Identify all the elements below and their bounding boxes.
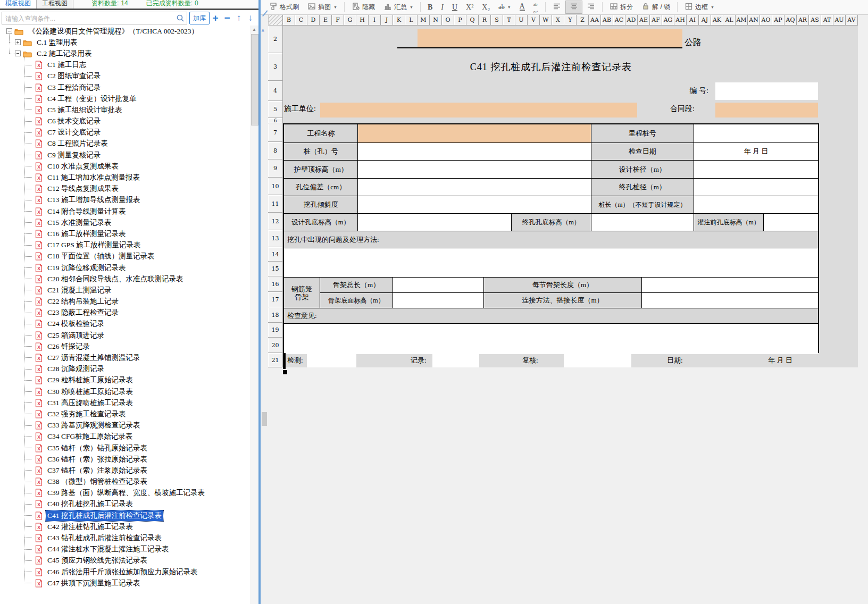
column-header-I[interactable]: I: [369, 15, 381, 26]
construction-unit-field[interactable]: [320, 103, 637, 118]
tree-item-C35[interactable]: XC35 锚杆（索）钻孔原始记录表: [0, 442, 250, 454]
plus-icon[interactable]: +: [210, 12, 221, 24]
add-library-button[interactable]: 加库: [189, 12, 210, 24]
column-header-AV[interactable]: AV: [846, 15, 858, 26]
tree-item-C25[interactable]: XC25 箱涵顶进记录: [0, 330, 250, 341]
form-input-cell[interactable]: [642, 293, 818, 308]
column-header-AJ[interactable]: AJ: [699, 15, 711, 26]
tree-item-C31[interactable]: XC31 高压旋喷桩施工记录表: [0, 397, 250, 408]
column-header-AB[interactable]: AB: [601, 15, 613, 26]
hide-doc-button[interactable]: 隐藏: [347, 1, 379, 14]
tree-item-C3[interactable]: XC3 工程洽商记录: [0, 82, 250, 93]
company-name-field[interactable]: [418, 29, 682, 48]
align-center-button[interactable]: [565, 1, 582, 14]
summary-chart-button[interactable]: 汇总▼: [379, 1, 418, 14]
tree-item-C9[interactable]: XC9 测量复核记录: [0, 149, 250, 161]
row-header-6[interactable]: 6: [268, 118, 283, 123]
column-header-U[interactable]: U: [515, 15, 528, 26]
lock-button[interactable]: 解 / 锁: [637, 1, 674, 14]
tree-item-C43[interactable]: XC43 钻孔桩成孔后灌注前检查记录表: [0, 532, 250, 543]
column-header-AF[interactable]: AF: [650, 15, 662, 26]
format-painter-button[interactable]: 格式刷: [265, 1, 303, 14]
tree-item-C41[interactable]: XC41 挖孔桩成孔后灌注前检查记录表: [0, 510, 250, 521]
form-input-cell[interactable]: [694, 179, 818, 196]
tree-item-C37[interactable]: XC37 锚杆（索）注浆原始记录表: [0, 465, 250, 476]
subscript-button[interactable]: X₂: [478, 1, 494, 14]
scrollbar-thumb[interactable]: [251, 34, 258, 125]
column-header-Q[interactable]: Q: [466, 15, 479, 26]
column-header-O[interactable]: O: [442, 15, 454, 26]
strikethrough-button[interactable]: ab▼: [494, 1, 515, 14]
tree-item-C40[interactable]: XC40 挖孔桩挖孔施工记录表: [0, 499, 250, 510]
superscript-button[interactable]: X²: [462, 1, 478, 14]
align-right-button[interactable]: [582, 1, 599, 14]
row-header-11[interactable]: 11: [268, 195, 283, 213]
row-header-20[interactable]: 20: [268, 338, 283, 353]
row-header-9[interactable]: 9: [268, 160, 283, 178]
tree-item-C42[interactable]: XC42 灌注桩钻孔施工记录表: [0, 521, 250, 532]
tree-item-C47[interactable]: XC47 拱顶下沉测量施工记录表: [0, 577, 250, 589]
tree-item-C44[interactable]: XC44 灌注桩水下混凝土灌注施工记录表: [0, 544, 250, 555]
tree-item-C2[interactable]: XC2 图纸审查记录: [0, 71, 250, 82]
tree-item-C21[interactable]: XC21 混凝土测温记录: [0, 284, 250, 296]
row-header-18[interactable]: 18: [268, 307, 283, 323]
tree-item-C30[interactable]: XC30 粉喷桩施工原始记录表: [0, 386, 250, 397]
tree-item-C17[interactable]: XC17 GPS 施工放样测量记录表: [0, 240, 250, 251]
row-header-5[interactable]: 5: [268, 101, 283, 118]
tree-item-C11[interactable]: XC11 施工增加水准点测量报表: [0, 172, 250, 183]
column-header-C[interactable]: C: [295, 15, 307, 26]
form-input-cell[interactable]: [642, 278, 818, 293]
tree-folder-2[interactable]: C.2 施工记录用表: [0, 48, 250, 59]
bold-button[interactable]: B: [423, 1, 437, 14]
column-header-AR[interactable]: AR: [797, 15, 809, 26]
column-header-P[interactable]: P: [454, 15, 466, 26]
column-header-G[interactable]: G: [344, 15, 356, 26]
tree-item-C26[interactable]: XC26 钎探记录: [0, 341, 250, 352]
row-header-15[interactable]: 15: [268, 262, 283, 276]
tree-item-C20[interactable]: XC20 相邻合同段导线点、水准点联测记录表: [0, 273, 250, 284]
column-header-E[interactable]: E: [320, 15, 332, 26]
form-input-cell[interactable]: [764, 214, 818, 231]
column-header-H[interactable]: H: [356, 15, 369, 26]
column-header-K[interactable]: K: [393, 15, 405, 26]
tree-folder-1[interactable]: C.1 监理用表: [0, 37, 250, 48]
italic-button[interactable]: I: [437, 1, 448, 14]
tree-item-C29[interactable]: XC29 粒料桩施工原始记录表: [0, 375, 250, 386]
tester-field[interactable]: [307, 354, 356, 367]
scrollbar-up-icon[interactable]: ∧: [261, 28, 265, 33]
column-header-AT[interactable]: AT: [821, 15, 833, 26]
tree-item-C28[interactable]: XC28 沉降观测记录: [0, 364, 250, 375]
column-header-AE[interactable]: AE: [638, 15, 650, 26]
reviewer-field[interactable]: [564, 354, 631, 367]
column-header-AD[interactable]: AD: [625, 15, 638, 26]
tree-item-C14[interactable]: XC14 附合导线测量计算表: [0, 206, 250, 217]
column-header-Y[interactable]: Y: [564, 15, 577, 26]
sidebar-scrollbar[interactable]: ▲: [250, 26, 258, 604]
column-header-AP[interactable]: AP: [772, 15, 784, 26]
recorder-field[interactable]: [432, 354, 479, 367]
tree-item-C34[interactable]: XC34 CFG桩施工原始记录表: [0, 431, 250, 442]
form-input-cell[interactable]: [393, 293, 484, 308]
minus-icon[interactable]: −: [221, 12, 233, 24]
column-header-AO[interactable]: AO: [760, 15, 772, 26]
wrap-text-button[interactable]: abc↵: [529, 1, 542, 14]
column-header-AG[interactable]: AG: [662, 15, 674, 26]
tree-item-C1[interactable]: XC1 施工日志: [0, 60, 250, 71]
form-input-cell[interactable]: [694, 124, 818, 143]
row-header-19[interactable]: 19: [268, 323, 283, 338]
form-autofill-cell[interactable]: [358, 124, 591, 143]
column-header-AN[interactable]: AN: [748, 15, 760, 26]
column-header-D[interactable]: D: [307, 15, 320, 26]
arrow-down-icon[interactable]: ↓: [245, 12, 256, 24]
align-left-button[interactable]: [548, 1, 565, 14]
tree-item-C7[interactable]: XC7 设计交底记录: [0, 127, 250, 138]
form-input-cell[interactable]: [694, 161, 818, 179]
column-header-B[interactable]: B: [283, 15, 295, 26]
form-input-cell[interactable]: [284, 248, 818, 278]
tree-item-C5[interactable]: XC5 施工组织设计审批表: [0, 104, 250, 115]
form-input-cell[interactable]: [358, 179, 591, 196]
column-header-N[interactable]: N: [430, 15, 442, 26]
expand-icon[interactable]: [15, 39, 21, 45]
row-header-2[interactable]: 2: [268, 26, 283, 53]
tree-item-C19[interactable]: XC19 沉降位移观测记录表: [0, 262, 250, 273]
